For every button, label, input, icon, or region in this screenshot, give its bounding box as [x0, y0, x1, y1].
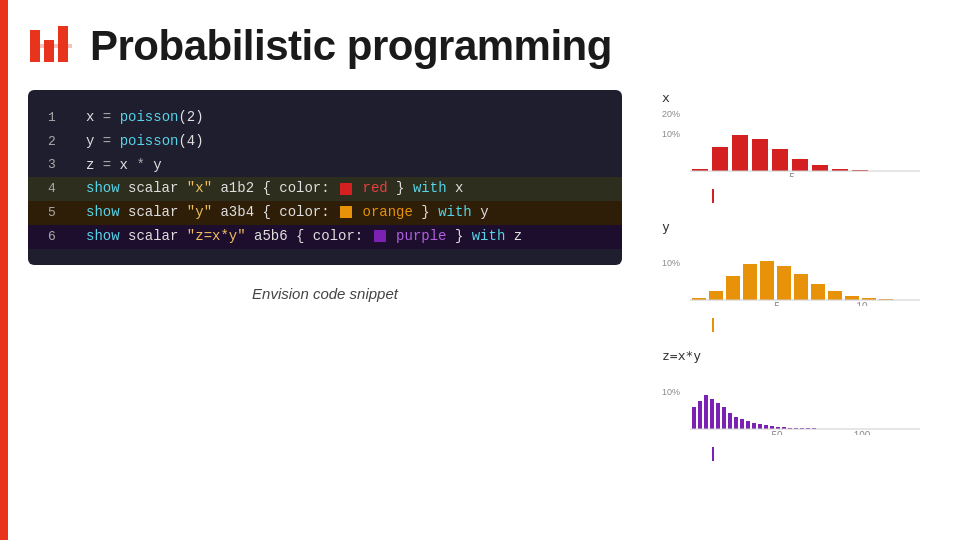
lokad-logo	[28, 22, 76, 70]
code-line-6: 6 show scalar "z=x*y" a5b6 { color: purp…	[28, 225, 622, 249]
svg-rect-16	[709, 291, 723, 300]
chart-y-label: y	[662, 219, 932, 234]
svg-rect-7	[752, 139, 768, 171]
chart-x: x 20% 10% 5	[662, 90, 932, 203]
line-num-4: 4	[48, 178, 70, 200]
svg-rect-41	[758, 424, 762, 429]
chart-x-label: x	[662, 90, 932, 105]
svg-rect-1	[44, 40, 54, 62]
code-line-3: 3 z = x * y	[48, 154, 602, 178]
svg-rect-32	[704, 395, 708, 429]
svg-rect-10	[812, 165, 828, 171]
svg-rect-23	[828, 291, 842, 300]
svg-rect-40	[752, 423, 756, 429]
chart-z-indicator	[712, 447, 714, 461]
svg-rect-36	[728, 413, 732, 429]
svg-text:5: 5	[774, 301, 780, 306]
svg-text:5: 5	[789, 172, 795, 177]
line-num-2: 2	[48, 131, 70, 153]
accent-bar	[0, 0, 8, 540]
svg-rect-22	[811, 284, 825, 300]
svg-rect-17	[726, 276, 740, 300]
chart-y-svg: 5 10	[690, 236, 930, 306]
right-panel: x 20% 10% 5	[662, 90, 932, 461]
code-line-4: 4 show scalar "x" a1b2 { color: red } wi…	[28, 177, 622, 201]
svg-rect-19	[760, 261, 774, 300]
svg-rect-37	[734, 417, 738, 429]
chart-y: y 10%	[662, 219, 932, 332]
svg-rect-21	[794, 274, 808, 300]
chart-z: z=x*y 10%	[662, 348, 932, 461]
caption: Envision code snippet	[28, 285, 622, 302]
svg-rect-5	[712, 147, 728, 171]
line-num-1: 1	[48, 107, 70, 129]
svg-text:100: 100	[854, 430, 871, 435]
code-block: 1 x = poisson(2) 2 y = poisson(4) 3 z = …	[28, 90, 622, 265]
line-num-6: 6	[48, 226, 70, 248]
svg-rect-39	[746, 421, 750, 429]
svg-rect-35	[722, 407, 726, 429]
chart-z-svg: 50 100	[690, 365, 930, 435]
left-panel: 1 x = poisson(2) 2 y = poisson(4) 3 z = …	[28, 90, 622, 461]
svg-rect-31	[698, 401, 702, 429]
code-line-1: 1 x = poisson(2)	[48, 106, 602, 130]
line-num-5: 5	[48, 202, 70, 224]
code-line-5: 5 show scalar "y" a3b4 { color: orange }…	[28, 201, 622, 225]
color-swatch-red	[340, 183, 352, 195]
svg-rect-8	[772, 149, 788, 171]
svg-text:50: 50	[771, 430, 783, 435]
svg-rect-9	[792, 159, 808, 171]
svg-rect-33	[710, 399, 714, 429]
svg-rect-34	[716, 403, 720, 429]
header: Probabilistic programming	[0, 0, 960, 80]
svg-rect-38	[740, 419, 744, 429]
svg-rect-20	[777, 266, 791, 300]
main-content: 1 x = poisson(2) 2 y = poisson(4) 3 z = …	[0, 80, 960, 471]
svg-rect-18	[743, 264, 757, 300]
chart-x-indicator	[712, 189, 714, 203]
chart-z-label: z=x*y	[662, 348, 932, 363]
svg-rect-42	[764, 425, 768, 429]
svg-text:10: 10	[856, 301, 868, 306]
svg-rect-30	[692, 407, 696, 429]
svg-rect-3	[36, 44, 72, 48]
line-num-3: 3	[48, 154, 70, 176]
svg-rect-6	[732, 135, 748, 171]
chart-y-indicator	[712, 318, 714, 332]
chart-x-svg: 5	[690, 107, 930, 177]
svg-rect-24	[845, 296, 859, 300]
page-title: Probabilistic programming	[90, 22, 612, 70]
color-swatch-orange	[340, 206, 352, 218]
color-swatch-purple	[374, 230, 386, 242]
code-line-2: 2 y = poisson(4)	[48, 130, 602, 154]
